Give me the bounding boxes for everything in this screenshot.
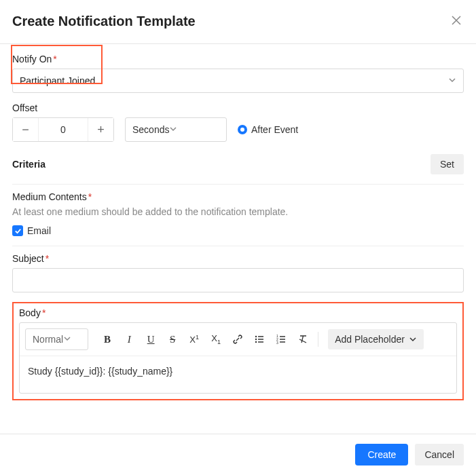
offset-unit-value: Seconds xyxy=(132,124,169,135)
toolbar-separator xyxy=(318,332,318,347)
offset-unit-select[interactable]: Seconds xyxy=(125,117,227,142)
subscript-button[interactable]: X1 xyxy=(206,330,225,349)
underline-button[interactable]: U xyxy=(141,330,160,349)
chevron-down-icon xyxy=(448,75,456,86)
clear-format-icon xyxy=(297,334,308,345)
editor-toolbar: Normal B I U S X1 X1 123 xyxy=(20,323,456,356)
svg-point-0 xyxy=(255,336,257,337)
chevron-down-icon xyxy=(63,334,71,345)
chevron-down-icon xyxy=(169,124,177,135)
offset-label: Offset xyxy=(12,102,464,113)
chevron-down-icon xyxy=(409,335,417,343)
dialog-footer: Create Cancel xyxy=(0,434,476,475)
body-editor: Normal B I U S X1 X1 123 xyxy=(19,322,457,394)
italic-icon: I xyxy=(128,334,131,345)
underline-icon: U xyxy=(147,334,155,345)
superscript-icon: X1 xyxy=(189,334,199,345)
after-event-label: After Event xyxy=(251,124,298,135)
link-button[interactable] xyxy=(228,330,247,349)
radio-icon xyxy=(238,125,247,134)
subscript-icon: X1 xyxy=(211,333,221,345)
subject-label: Subject* xyxy=(12,253,464,264)
body-content[interactable]: Study {{study_id}}: {{study_name}} xyxy=(20,356,456,393)
divider xyxy=(12,184,464,185)
bullet-list-icon xyxy=(254,334,265,345)
add-placeholder-label: Add Placeholder xyxy=(335,334,405,345)
cancel-button[interactable]: Cancel xyxy=(415,444,464,466)
highlight-body: Body* Normal B I U S X1 X1 xyxy=(12,302,464,400)
notify-on-label: Notify On* xyxy=(12,54,464,64)
svg-text:3: 3 xyxy=(276,341,278,345)
superscript-button[interactable]: X1 xyxy=(185,330,204,349)
after-event-radio[interactable]: After Event xyxy=(238,124,298,135)
bold-icon: B xyxy=(104,334,111,345)
dialog-title: Create Notification Template xyxy=(12,14,196,29)
checkbox-checked-icon xyxy=(12,225,23,236)
close-button[interactable] xyxy=(449,12,464,30)
medium-contents-label: Medium Contents* xyxy=(12,191,464,202)
offset-stepper[interactable]: − 0 + xyxy=(12,117,114,142)
numbered-list-button[interactable]: 123 xyxy=(272,330,291,349)
bold-button[interactable]: B xyxy=(98,330,117,349)
email-checkbox[interactable]: Email xyxy=(12,225,464,236)
notify-on-value: Participant Joined xyxy=(20,75,95,86)
link-icon xyxy=(232,334,243,345)
italic-button[interactable]: I xyxy=(120,330,139,349)
svg-point-1 xyxy=(255,339,257,340)
svg-point-2 xyxy=(255,341,257,343)
medium-contents-helper: At least one medium should be added to t… xyxy=(12,206,464,217)
numbered-list-icon: 123 xyxy=(276,334,287,345)
clear-format-button[interactable] xyxy=(293,330,312,349)
offset-value: 0 xyxy=(39,124,88,135)
offset-increment[interactable]: + xyxy=(88,118,113,141)
strikethrough-icon: S xyxy=(170,334,175,345)
offset-decrement[interactable]: − xyxy=(13,118,39,141)
add-placeholder-button[interactable]: Add Placeholder xyxy=(328,329,424,349)
email-label: Email xyxy=(27,225,51,236)
create-button[interactable]: Create xyxy=(355,444,408,466)
notify-on-select[interactable]: Participant Joined xyxy=(12,69,464,93)
format-value: Normal xyxy=(33,334,63,345)
criteria-label: Criteria xyxy=(12,159,45,170)
divider xyxy=(0,43,476,44)
criteria-set-button[interactable]: Set xyxy=(431,154,464,174)
subject-input[interactable] xyxy=(12,268,464,292)
strike-button[interactable]: S xyxy=(163,330,182,349)
format-select[interactable]: Normal xyxy=(25,328,88,350)
body-label: Body* xyxy=(19,307,457,318)
close-icon xyxy=(452,16,461,25)
divider xyxy=(12,246,464,246)
bullet-list-button[interactable] xyxy=(250,330,269,349)
